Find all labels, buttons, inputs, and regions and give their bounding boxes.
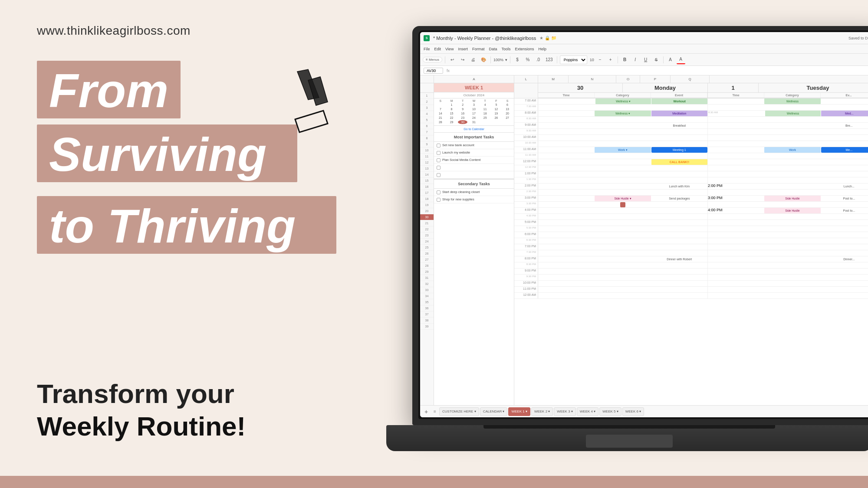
add-sheet-button[interactable]: + xyxy=(422,407,431,416)
tab-week1[interactable]: WEEK 1 ▾ xyxy=(508,407,530,416)
menu-view[interactable]: View xyxy=(445,47,454,51)
task-checkbox-1[interactable] xyxy=(437,144,441,147)
print-btn[interactable]: 🖨 xyxy=(469,56,477,64)
text-color-btn[interactable]: A xyxy=(677,56,685,64)
time-label-130pm: 1:30 PM xyxy=(514,177,538,183)
menu-data[interactable]: Data xyxy=(489,47,497,51)
sheets-list-button[interactable]: ≡ xyxy=(431,409,438,414)
font-size-inc[interactable]: + xyxy=(606,56,615,64)
strikethrough-btn[interactable]: S̶ xyxy=(652,56,661,64)
tue-1000pm xyxy=(708,281,868,286)
laptop-bezel: S * Monthly - Weekly Planner - @thinklik… xyxy=(418,30,868,419)
event-workout: Workout xyxy=(651,98,707,104)
secondary-tasks-header: Secondary Tasks xyxy=(434,180,514,189)
redo-btn[interactable]: ↪ xyxy=(458,56,467,64)
edit-icon-330[interactable] xyxy=(620,202,625,207)
tab-customize-here[interactable]: CUSTOMIZE HERE ▾ xyxy=(439,407,479,416)
tab-week4[interactable]: WEEK 4 ▾ xyxy=(577,407,598,416)
mon-500pm xyxy=(538,220,708,226)
time-label-1230pm: 12:30 PM xyxy=(514,165,538,171)
toolbar-sep1 xyxy=(445,56,445,63)
tue-900am-time xyxy=(708,123,764,128)
task-checkbox-3[interactable] xyxy=(437,158,441,162)
menu-format[interactable]: Format xyxy=(472,47,485,51)
tue-1030am xyxy=(708,141,868,147)
most-important-tasks: Most Important Tasks Set new bank accoun… xyxy=(434,132,514,179)
menus-btn[interactable]: ≡ Menus xyxy=(426,58,439,62)
undo-btn[interactable]: ↩ xyxy=(448,56,457,64)
mon-930pm xyxy=(538,275,708,280)
time-label-900pm: 9:00 PM xyxy=(514,269,538,274)
monday-sub-headers: Time Category Event xyxy=(538,93,707,98)
123-btn[interactable]: 123 xyxy=(544,56,554,64)
menu-extensions[interactable]: Extensions xyxy=(515,47,534,51)
decimal-btn[interactable]: .0 xyxy=(534,56,542,64)
mon-400pm xyxy=(538,208,708,213)
tab-week5[interactable]: WEEK 5 ▾ xyxy=(599,407,621,416)
go-to-calendar-link[interactable]: Go to Calendar xyxy=(434,125,514,132)
underline-btn[interactable]: U xyxy=(641,56,650,64)
task-checkbox-2[interactable] xyxy=(437,151,441,155)
cal-week2: 7 8 9 10 11 12 13 xyxy=(435,107,513,111)
mon-1000pm xyxy=(538,281,708,286)
italic-btn[interactable]: I xyxy=(631,56,640,64)
time-cells-100pm xyxy=(538,171,868,177)
mini-calendar: S M T W T F S xyxy=(434,98,514,125)
tue-800pm-time xyxy=(708,256,764,262)
mon-800pm-event: Dinner with Robert xyxy=(651,256,707,262)
cal-sat: S xyxy=(503,99,512,102)
bold-btn[interactable]: B xyxy=(621,56,629,64)
time-label-1000pm: 10:00 PM xyxy=(514,281,538,286)
mon-300pm: Side Hustle ▾ Send packages xyxy=(538,196,708,201)
cell-reference[interactable]: AV30 xyxy=(424,68,443,74)
menu-file[interactable]: File xyxy=(424,47,430,51)
laptop-base xyxy=(386,425,868,451)
tab-week6[interactable]: WEEK 6 ▾ xyxy=(622,407,644,416)
time-row-1200pm: 12:00 PM CALL BANK!! xyxy=(514,159,868,165)
font-size-dec[interactable]: − xyxy=(596,56,605,64)
font-selector[interactable]: Poppins xyxy=(560,56,587,64)
sheets-icon: S xyxy=(424,35,430,41)
time-row-1200am: 12:00 AM xyxy=(514,293,868,299)
paint-format-btn[interactable]: 🎨 xyxy=(479,56,488,64)
time-cells-1000pm xyxy=(538,281,868,286)
task-checkbox-empty2[interactable] xyxy=(437,173,441,177)
time-row-700pm: 7:00 PM xyxy=(514,244,868,250)
tue-100pm xyxy=(708,171,868,177)
mon-1200am xyxy=(538,293,708,298)
time-row-930pm: 9:30 PM xyxy=(514,275,868,281)
headline-line3: to Thriving xyxy=(37,196,336,254)
tab-week2[interactable]: WEEK 2 ▾ xyxy=(531,407,553,416)
percent-btn[interactable]: % xyxy=(523,56,532,64)
time-cells-1200pm: CALL BANK!! xyxy=(538,159,868,165)
mon-event-header: Event xyxy=(651,93,707,98)
tue-900am-cat xyxy=(764,123,820,128)
title-actions: Saved to Drive xyxy=(848,36,868,40)
spreadsheet: S * Monthly - Weekly Planner - @thinklik… xyxy=(420,32,868,417)
fill-color-btn[interactable]: A xyxy=(666,56,675,64)
time-cells-900am: Breakfast Bre. xyxy=(538,123,868,128)
time-label-600pm: 6:00 PM xyxy=(514,232,538,238)
tab-calendar[interactable]: CALENDAR ▾ xyxy=(480,407,508,416)
menu-help[interactable]: Help xyxy=(538,47,546,51)
sec-task-label-1: Start deep cleaning closet xyxy=(442,190,480,194)
sec-task-checkbox-2[interactable] xyxy=(437,198,441,202)
schedule-rows: 7:00 AM Wellness ▾ xyxy=(514,98,868,405)
dollar-btn[interactable]: $ xyxy=(513,56,522,64)
cal-mon: M xyxy=(447,99,457,102)
mon-730pm xyxy=(538,250,708,256)
day-columns-header: 30 Monday Time xyxy=(514,83,868,98)
tuesday-sub-headers: Time Category Ev... xyxy=(708,93,868,98)
mon-1200pm-time xyxy=(538,159,594,165)
tue-830am xyxy=(708,117,868,122)
menu-tools[interactable]: Tools xyxy=(501,47,510,51)
menu-edit[interactable]: Edit xyxy=(434,47,441,51)
tab-week3[interactable]: WEEK 3 ▾ xyxy=(554,407,575,416)
zoom-dropdown-icon[interactable]: ▾ xyxy=(505,58,507,62)
row-36: 36 xyxy=(420,305,434,311)
menu-insert[interactable]: Insert xyxy=(458,47,468,51)
time-label-330pm: 3:30 PM xyxy=(514,202,538,207)
row-11: 11 xyxy=(420,154,434,160)
sec-task-checkbox-1[interactable] xyxy=(437,190,441,194)
task-checkbox-empty1[interactable] xyxy=(437,166,441,170)
